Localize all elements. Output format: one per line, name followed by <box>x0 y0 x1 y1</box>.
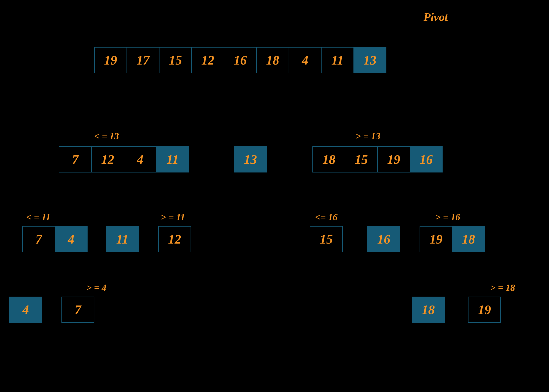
cell: 18 <box>312 146 345 172</box>
label-ge-13: > = 13 <box>356 131 380 142</box>
label-ge-16: > = 16 <box>435 212 460 223</box>
level2-ll-array: 7 4 <box>22 226 88 252</box>
cell-pivot: 4 <box>55 226 88 252</box>
cell: 17 <box>127 47 159 73</box>
cell: 11 <box>321 47 354 73</box>
level3-rr-right-array: 19 <box>468 297 501 323</box>
label-ge-4: > = 4 <box>86 282 106 293</box>
level1-mid: 13 <box>234 146 267 172</box>
level0-array: 19 17 15 12 16 18 4 11 13 <box>94 47 386 73</box>
level1-left-array: 7 12 4 11 <box>59 146 189 172</box>
level3-ll-left: 4 <box>9 297 42 323</box>
pivot-title: Pivot <box>424 10 448 24</box>
cell: 4 <box>124 146 157 172</box>
level2-lr-array: 12 <box>158 226 191 252</box>
cell-pivot: 11 <box>156 146 189 172</box>
cell-pivot: 16 <box>410 146 443 172</box>
cell: 15 <box>310 226 343 252</box>
label-le-11: < = 11 <box>26 212 50 223</box>
label-le-13: < = 13 <box>94 131 119 142</box>
level2-r-mid: 16 <box>367 226 400 252</box>
cell: 12 <box>91 146 124 172</box>
cell: 7 <box>59 146 92 172</box>
level3-rr-left: 18 <box>412 297 445 323</box>
cell: 19 <box>420 226 453 252</box>
level3-ll-right-array: 7 <box>61 297 94 323</box>
cell: 12 <box>158 226 191 252</box>
label-ge-18: > = 18 <box>490 282 515 293</box>
cell-pivot: 18 <box>452 226 485 252</box>
cell: 16 <box>224 47 257 73</box>
level1-right-array: 18 15 19 16 <box>312 146 443 172</box>
cell: 7 <box>22 226 55 252</box>
cell: 19 <box>94 47 127 73</box>
label-ge-11: > = 11 <box>161 212 185 223</box>
cell: 19 <box>468 297 501 323</box>
label-le-16: <= 16 <box>315 212 338 223</box>
level2-rl-array: 15 <box>310 226 343 252</box>
cell: 15 <box>345 146 378 172</box>
level2-l-mid: 11 <box>106 226 139 252</box>
cell: 12 <box>191 47 224 73</box>
cell: 19 <box>377 146 410 172</box>
cell: 18 <box>256 47 289 73</box>
cell: 7 <box>61 297 94 323</box>
cell-pivot: 13 <box>353 47 386 73</box>
cell: 4 <box>289 47 322 73</box>
level2-rr-array: 19 18 <box>420 226 485 252</box>
cell: 15 <box>159 47 192 73</box>
